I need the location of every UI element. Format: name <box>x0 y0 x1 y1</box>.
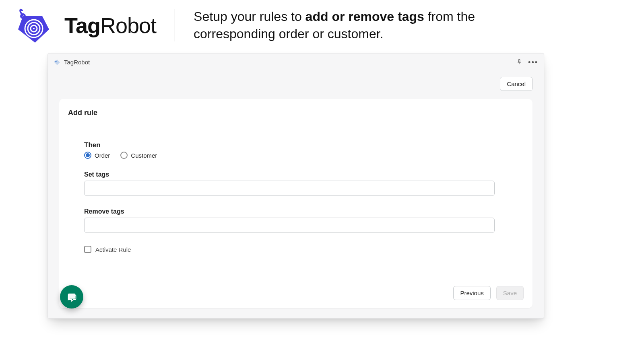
activate-rule-label: Activate Rule <box>95 246 131 253</box>
more-icon[interactable]: ••• <box>528 59 538 66</box>
checkbox-box <box>84 246 91 253</box>
remove-tags-label: Remove tags <box>84 208 524 215</box>
cancel-button[interactable]: Cancel <box>500 77 533 91</box>
save-button[interactable]: Save <box>496 286 524 300</box>
blurb-strong: add or remove tags <box>305 9 424 24</box>
set-tags-group: Set tags <box>84 171 524 196</box>
hero-divider <box>175 9 175 41</box>
activate-rule-checkbox[interactable]: Activate Rule <box>84 246 524 253</box>
chat-fab[interactable] <box>60 285 83 309</box>
brand-bold: Tag <box>64 13 100 37</box>
pin-icon[interactable] <box>516 58 522 66</box>
then-radio-group: Order Customer <box>84 152 524 159</box>
radio-customer-label: Customer <box>131 152 157 159</box>
svg-point-5 <box>56 61 57 62</box>
tag-icon <box>54 59 61 66</box>
chat-icon <box>66 291 77 302</box>
radio-indicator <box>84 152 91 159</box>
blurb-pre: Setup your rules to <box>194 9 305 24</box>
set-tags-input[interactable] <box>84 181 495 196</box>
radio-order-label: Order <box>95 152 110 159</box>
app-topbar: TagRobot ••• <box>48 53 544 71</box>
app-title: TagRobot <box>64 59 90 66</box>
hero-blurb: Setup your rules to add or remove tags f… <box>194 8 556 43</box>
set-tags-label: Set tags <box>84 171 524 178</box>
topbar-right: ••• <box>516 58 538 66</box>
brand-wordmark: TagRobot <box>64 13 156 38</box>
cancel-row: Cancel <box>48 71 544 91</box>
remove-tags-input[interactable] <box>84 218 495 233</box>
rule-card: Add rule Then Order Customer Set tags Re… <box>59 99 533 308</box>
brand-logo <box>9 7 53 43</box>
form-block: Then Order Customer Set tags Remove tags <box>84 141 524 253</box>
then-label: Then <box>84 141 524 149</box>
tag-icon <box>9 7 53 43</box>
brand-light: Robot <box>100 13 156 37</box>
svg-point-4 <box>33 28 35 29</box>
card-actions: Previous Save <box>453 286 524 300</box>
radio-customer[interactable]: Customer <box>120 152 157 159</box>
previous-button[interactable]: Previous <box>453 286 490 300</box>
hero-header: TagRobot Setup your rules to add or remo… <box>0 0 644 47</box>
remove-tags-group: Remove tags <box>84 208 524 233</box>
topbar-left: TagRobot <box>54 59 90 66</box>
radio-indicator <box>120 152 128 159</box>
radio-order[interactable]: Order <box>84 152 110 159</box>
card-title: Add rule <box>68 109 524 117</box>
app-window: TagRobot ••• Cancel Add rule Then Order <box>47 53 544 319</box>
